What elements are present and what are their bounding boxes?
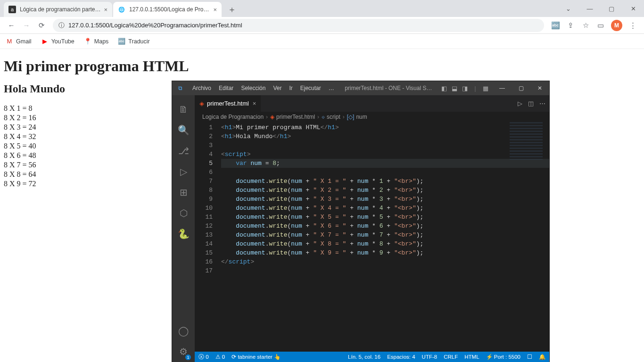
menu-item[interactable]: Archivo [189,85,215,91]
vscode-window: ⧉ ArchivoEditarSelecciónVerIrEjecutar… p… [172,81,549,362]
status-indent[interactable]: Espacios: 4 [387,354,415,360]
favicon-icon: 🌐 [118,6,125,13]
breadcrumb-folder[interactable]: Logica de Programacion [202,114,264,120]
breadcrumb-symbol[interactable]: ⟐script [322,114,340,120]
back-icon[interactable]: ← [5,19,18,32]
browser-tab-active[interactable]: 🌐 127.0.0.1:5500/Logica de Program × [113,2,222,17]
editor-tab-label: primerTest.html [207,100,249,107]
status-eol[interactable]: CRLF [444,354,458,360]
menu-item[interactable]: Ejecutar [297,85,325,91]
menu-item[interactable]: … [325,85,338,91]
code-line[interactable]: document.write(num + " X 2 = " + num * 2… [221,186,549,195]
code-line[interactable]: document.write(num + " X 7 = " + num * 7… [221,230,549,239]
explorer-icon[interactable]: 🗎 [172,99,195,120]
bookmark-label: Gmail [16,38,32,45]
close-icon[interactable]: × [213,6,217,13]
breadcrumb-symbol[interactable]: [◇]num [347,114,367,120]
tab-title: 127.0.0.1:5500/Logica de Program [129,6,210,13]
split-editor-icon[interactable]: ◫ [528,100,534,107]
bookmark-item[interactable]: 🔤Traducir [118,38,149,45]
status-warnings[interactable]: ⚠ 0 [215,354,225,360]
site-info-icon[interactable]: ⓘ [58,21,65,30]
code-line[interactable]: document.write(num + " X 6 = " + num * 6… [221,222,549,230]
breadcrumb-file[interactable]: ◈primerTest.html [270,114,315,120]
code-line[interactable]: <h1>Mi primer programa HTML</h1> [221,123,549,132]
status-encoding[interactable]: UTF-8 [422,354,438,360]
vscode-menubar: ArchivoEditarSelecciónVerIrEjecutar… [189,85,338,91]
reload-icon[interactable]: ⟳ [35,19,48,32]
status-language[interactable]: HTML [464,354,479,360]
window-controls: ⌄ ― ▢ ✕ [557,0,644,17]
code-line[interactable]: document.write(num + " X 4 = " + num * 4… [221,204,549,213]
code-area[interactable]: <h1>Mi primer programa HTML</h1><h1>Hola… [221,123,549,275]
code-line[interactable]: <script> [221,150,549,159]
code-line[interactable] [221,141,549,150]
extensions-icon[interactable]: ⊞ [172,182,195,203]
close-icon[interactable]: × [253,100,256,107]
run-icon[interactable]: ▷ [518,100,522,107]
menu-item[interactable]: Ver [269,85,285,91]
maximize-icon[interactable]: ▢ [601,0,622,17]
account-icon[interactable]: ◯ [172,321,195,341]
bookmark-item[interactable]: MGmail [6,38,32,45]
vscode-breadcrumb[interactable]: Logica de Programacion › ◈primerTest.htm… [195,112,549,122]
code-line[interactable]: document.write(num + " X 8 = " + num * 8… [221,239,549,248]
vscode-editor[interactable]: 1234567891011121314151617 <h1>Mi primer … [195,122,549,352]
minimap[interactable] [510,122,543,160]
panel-left-icon[interactable]: ◧ [439,85,449,92]
avatar[interactable]: M [611,20,622,31]
reading-list-icon[interactable]: ▭ [594,19,607,32]
editor-tab[interactable]: ◈ primerTest.html × [195,95,261,112]
menu-item[interactable]: Editar [215,85,237,91]
bookmark-star-icon[interactable]: ☆ [579,19,592,32]
bookmark-item[interactable]: 📍Maps [84,38,109,45]
panel-bottom-icon[interactable]: ⬓ [449,85,460,92]
close-icon[interactable]: ✕ [530,81,549,95]
layout-icon[interactable]: ▦ [480,85,491,92]
menu-item[interactable]: Selección [237,85,269,91]
panel-right-icon[interactable]: ◨ [460,85,470,92]
browser-toolbar: ← → ⟳ ⓘ 127.0.0.1:5500/Logica%20de%20Pro… [0,17,644,34]
more-icon[interactable]: ⋯ [539,100,545,107]
gear-icon[interactable]: ⚙ [172,341,195,362]
address-bar[interactable]: ⓘ 127.0.0.1:5500/Logica%20de%20Programac… [53,19,544,32]
code-line[interactable] [221,266,549,275]
source-control-icon[interactable]: ⎇ [172,140,195,161]
code-line[interactable]: document.write(num + " X 1 = " + num * 1… [221,177,549,186]
status-feedback-icon[interactable]: ☐ [527,354,532,360]
minimize-icon[interactable]: ― [579,0,601,17]
bookmark-item[interactable]: ▶YouTube [41,38,74,45]
browser-tabstrip: a Lógica de programación parte 1: × 🌐 12… [0,0,644,17]
menu-item[interactable]: Ir [285,85,296,91]
translate-icon[interactable]: 🔤 [549,19,562,32]
hexagon-icon[interactable]: ⬡ [172,203,195,223]
status-errors[interactable]: ⓧ 0 [198,354,209,361]
kebab-menu-icon[interactable]: ⋮ [626,19,639,32]
run-debug-icon[interactable]: ▷ [172,161,195,182]
vscode-logo-icon: ⧉ [172,85,189,91]
browser-tab[interactable]: a Lógica de programación parte 1: × [4,2,112,17]
status-tabnine[interactable]: ⟳ tabnine starter 👆 [231,354,281,360]
status-bell-icon[interactable]: 🔔 [539,354,545,360]
maximize-icon[interactable]: ▢ [512,81,530,95]
vscode-titlebar[interactable]: ⧉ ArchivoEditarSelecciónVerIrEjecutar… p… [172,81,549,95]
search-icon[interactable]: 🔍 [172,120,195,140]
code-line[interactable]: document.write(num + " X 3 = " + num * 3… [221,195,549,204]
code-line[interactable]: document.write(num + " X 5 = " + num * 5… [221,213,549,222]
share-icon[interactable]: ⇪ [564,19,577,32]
code-line[interactable]: <h1>Hola Mundo</h1> [221,132,549,141]
code-line[interactable] [221,168,549,177]
minimize-icon[interactable]: ― [493,81,512,95]
status-port[interactable]: ⚡ Port : 5500 [486,354,520,360]
code-line[interactable]: document.write(num + " X 9 = " + num * 9… [221,248,549,257]
code-line[interactable]: </script> [221,257,549,266]
close-icon[interactable]: ✕ [622,0,644,17]
code-line[interactable]: var num = 8; [221,159,549,168]
favicon-icon: a [8,6,16,13]
close-icon[interactable]: × [104,6,107,13]
python-icon[interactable]: 🐍 [172,223,195,244]
forward-icon[interactable]: → [20,19,33,32]
status-cursor-position[interactable]: Lín. 5, col. 16 [348,354,380,360]
new-tab-button[interactable]: ＋ [225,3,239,16]
chevron-down-icon[interactable]: ⌄ [557,0,579,17]
